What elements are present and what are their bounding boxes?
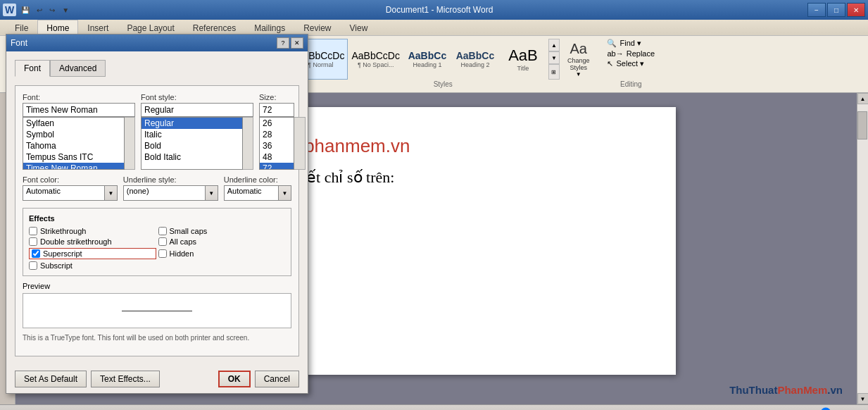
quick-access-undo[interactable]: ↩ (34, 6, 44, 15)
font-list-item-tempus[interactable]: Tempus Sans ITC (23, 151, 124, 163)
watermark-part1: ThuThuat (729, 384, 777, 396)
preview-line (122, 311, 192, 311)
small-caps-input[interactable] (158, 227, 167, 235)
hidden-checkbox[interactable]: Hidden (158, 248, 286, 259)
tab-advanced[interactable]: Advanced (50, 60, 106, 77)
underline-style-group: Underline style: (none) ▼ (123, 175, 218, 201)
all-caps-label: All caps (170, 237, 197, 246)
superscript-label: Superscript (43, 249, 82, 258)
tab-font[interactable]: Font (15, 60, 50, 77)
dialog-font-style-input[interactable] (141, 103, 253, 117)
change-styles-button[interactable]: Aa ChangeStyles ▼ (564, 39, 593, 80)
all-caps-input[interactable] (158, 237, 167, 246)
font-list-item-times[interactable]: Times New Roman (23, 163, 124, 170)
size-list-36[interactable]: 36 (260, 140, 294, 151)
font-color-group: Font color: Automatic ▼ (23, 175, 118, 201)
hidden-label: Hidden (170, 249, 194, 258)
size-list-72[interactable]: 72 (260, 163, 294, 170)
text-effects-button[interactable]: Text Effects... (91, 371, 160, 387)
style-heading1[interactable]: AaBbCc Heading 1 (403, 39, 451, 80)
tab-view[interactable]: View (341, 20, 377, 36)
replace-button[interactable]: ab→ Replace (607, 49, 655, 58)
font-color-value: Automatic (26, 187, 61, 195)
minimize-button[interactable]: − (807, 3, 826, 17)
double-strikethrough-input[interactable] (29, 237, 37, 246)
style-title[interactable]: AaB Title (499, 39, 547, 80)
vertical-scrollbar[interactable]: ▲ ▼ (857, 93, 868, 404)
size-list-28[interactable]: 28 (260, 129, 294, 140)
underline-style-select[interactable]: (none) (123, 185, 206, 201)
select-button[interactable]: ↖ Select ▾ (607, 59, 655, 68)
style-list-item-bold[interactable]: Bold (141, 140, 242, 151)
size-list-48[interactable]: 48 (260, 151, 294, 163)
styles-group-label: Styles (434, 79, 453, 88)
superscript-checkbox[interactable]: Superscript (29, 248, 156, 259)
preview-box: Preview (23, 282, 291, 328)
font-list[interactable]: Sylfaen Symbol Tahoma Tempus Sans ITC Ti… (23, 117, 125, 170)
dialog-content: Font Advanced Font: Sylfaen Symbol Tahom (6, 51, 308, 365)
size-list[interactable]: 26 28 36 48 72 (259, 117, 294, 170)
ribbon-group-editing: 🔍 Find ▾ ab→ Replace ↖ Select ▾ Editing (601, 39, 660, 89)
font-size-group: Size: 26 28 36 48 72 (259, 93, 306, 170)
cancel-button[interactable]: Cancel (255, 371, 299, 387)
select-icon: ↖ (607, 59, 613, 68)
styles-scroll-up[interactable]: ▲ (548, 39, 560, 51)
style-list[interactable]: Regular Italic Bold Bold Italic (141, 117, 243, 170)
find-button[interactable]: 🔍 Find ▾ (607, 39, 655, 48)
size-list-scrollbar[interactable] (294, 117, 306, 170)
scroll-up-button[interactable]: ▲ (857, 93, 869, 104)
styles-scroll-down[interactable]: ▼ (548, 51, 560, 64)
scroll-track[interactable] (857, 104, 868, 393)
underline-color-label: Underline color: (224, 175, 291, 184)
dialog-font-name-input[interactable] (23, 103, 135, 117)
font-color-dropdown[interactable]: ▼ (105, 185, 118, 201)
find-label: Find ▾ (619, 39, 641, 48)
font-list-scrollbar[interactable] (125, 117, 135, 170)
scroll-down-button[interactable]: ▼ (857, 393, 869, 404)
maximize-button[interactable]: □ (827, 3, 845, 17)
select-label: Select ▾ (616, 59, 644, 68)
all-caps-checkbox[interactable]: All caps (158, 237, 286, 246)
underline-style-value: (none) (127, 187, 149, 195)
hidden-input[interactable] (158, 249, 167, 258)
small-caps-checkbox[interactable]: Small caps (158, 227, 286, 235)
zoom-slider[interactable] (806, 407, 862, 411)
dialog-font-size-input[interactable] (259, 103, 294, 117)
style-list-item-bold-italic[interactable]: Bold Italic (141, 151, 242, 163)
ok-button[interactable]: OK (218, 371, 251, 387)
font-list-item-sylfaen[interactable]: Sylfaen (23, 118, 124, 129)
underline-style-dropdown[interactable]: ▼ (206, 185, 218, 201)
strikethrough-checkbox[interactable]: Strikethrough (29, 227, 156, 235)
font-list-item-symbol[interactable]: Symbol (23, 129, 124, 140)
dialog-help-button[interactable]: ? (277, 37, 289, 49)
style-no-spacing[interactable]: AaBbCcDc ¶ No Spaci... (348, 39, 403, 80)
double-strikethrough-checkbox[interactable]: Double strikethrough (29, 237, 156, 246)
style-list-item-regular[interactable]: Regular (141, 118, 242, 129)
font-color-select[interactable]: Automatic (23, 185, 105, 201)
dialog-close-button[interactable]: ✕ (291, 37, 303, 49)
style-heading2[interactable]: AaBbCc Heading 2 (451, 39, 499, 80)
set-default-button[interactable]: Set As Default (15, 371, 87, 387)
subscript-checkbox[interactable]: Subscript (29, 261, 156, 270)
quick-access-redo[interactable]: ↪ (47, 6, 57, 15)
font-list-item-tahoma[interactable]: Tahoma (23, 140, 124, 151)
size-list-26[interactable]: 26 (260, 118, 294, 129)
style-heading2-label: Heading 2 (460, 61, 489, 68)
styles-scroll-more[interactable]: ⊞ (548, 64, 560, 80)
close-button[interactable]: ✕ (847, 3, 865, 17)
font-color-label: Font color: (23, 175, 118, 184)
style-list-scrollbar[interactable] (243, 117, 253, 170)
dialog-titlebar: Font ? ✕ (6, 35, 308, 51)
font-name-label: Font: (23, 93, 135, 101)
quick-access-more[interactable]: ▼ (60, 6, 71, 15)
quick-access-save[interactable]: 💾 (19, 6, 32, 15)
strikethrough-input[interactable] (29, 227, 37, 235)
underline-color-select[interactable]: Automatic (224, 185, 279, 201)
underline-color-dropdown[interactable]: ▼ (279, 185, 291, 201)
font-dialog[interactable]: Font ? ✕ Font Advanced Font: (6, 34, 308, 394)
superscript-input[interactable] (32, 249, 40, 258)
scroll-thumb[interactable] (857, 111, 867, 139)
style-title-label: Title (517, 65, 529, 72)
style-list-item-italic[interactable]: Italic (141, 129, 242, 140)
subscript-input[interactable] (29, 261, 37, 270)
